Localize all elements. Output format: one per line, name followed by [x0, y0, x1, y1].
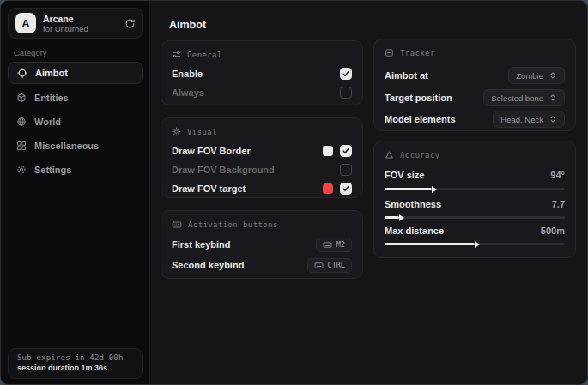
slider-thumb[interactable]	[475, 241, 480, 248]
fov-size-value: 94°	[550, 170, 565, 180]
setting-row: Aimbot at Zombie	[385, 66, 565, 85]
sliders-icon	[172, 50, 181, 59]
check-icon	[342, 184, 350, 193]
enable-checkbox[interactable]	[340, 68, 352, 80]
category-label: Category	[14, 48, 47, 57]
setting-label: Draw FOV Border	[172, 146, 251, 156]
crosshair-icon	[17, 68, 27, 78]
visual-card: Visual Draw FOV Border Draw FOV Backgrou…	[161, 117, 363, 198]
chevrons-up-down-icon	[549, 115, 557, 123]
sidebar-item-miscellaneous[interactable]: Miscellaneous	[8, 135, 143, 157]
second-keybind-button[interactable]: CTRL	[307, 258, 352, 273]
keyboard-icon	[314, 261, 324, 270]
slider-thumb[interactable]	[432, 186, 437, 193]
sidebar-item-world[interactable]: World	[8, 111, 143, 133]
target-position-select[interactable]: Selected bone	[483, 89, 565, 106]
smoothness-slider[interactable]	[385, 214, 565, 221]
subscription-info: Sub expires in 42d 00h session duration …	[8, 348, 143, 379]
sidebar-item-entities[interactable]: Entities	[8, 87, 143, 109]
slider-fill	[385, 243, 475, 245]
setting-label: Draw FOV target	[172, 183, 246, 194]
session-duration-text: session duration 1m 36s	[17, 364, 134, 372]
sidebar-item-settings[interactable]: Settings	[8, 159, 143, 181]
sub-expiry-text: Sub expires in 42d 00h	[17, 353, 134, 362]
slider-label-row: Smoothness 7.7	[385, 196, 565, 212]
always-checkbox[interactable]	[340, 87, 352, 99]
sidebar-item-label: Aimbot	[35, 68, 68, 78]
refresh-icon[interactable]	[124, 18, 136, 29]
max-distance-value: 500m	[541, 226, 565, 236]
sidebar-item-aimbot[interactable]: Aimbot	[8, 62, 143, 84]
visual-card-title: Visual	[187, 128, 217, 136]
fov-border-checkbox[interactable]	[340, 145, 352, 157]
app-logo: A	[15, 13, 36, 33]
slider-fill	[385, 188, 432, 190]
setting-label: Second keybind	[172, 260, 244, 270]
fov-size-slider[interactable]	[385, 185, 565, 193]
smoothness-value: 7.7	[552, 199, 565, 209]
triangle-icon	[385, 150, 394, 159]
setting-label: FOV size	[385, 170, 424, 180]
setting-label: Aimbot at	[385, 70, 428, 81]
activation-card-header: Activation buttons	[172, 220, 278, 230]
setting-row: First keybind M2	[172, 236, 352, 253]
keybind-value: M2	[336, 240, 345, 249]
setting-label: Always	[172, 87, 204, 98]
setting-row: Model elements Head, Neck	[385, 110, 565, 129]
slider-label-row: Max distance 500m	[385, 223, 565, 238]
fov-background-checkbox[interactable]	[340, 164, 352, 176]
fov-target-color-swatch[interactable]	[323, 183, 333, 194]
select-value: Selected bone	[491, 93, 543, 103]
gear-icon	[16, 165, 27, 175]
slider-thumb[interactable]	[399, 214, 404, 221]
activation-card: Activation buttons First keybind M2	[161, 210, 363, 279]
accuracy-card: Accuracy FOV size 94° Smoothness 7.7 Max…	[373, 141, 576, 258]
app-titles: Arcane for Unturned	[43, 14, 88, 33]
select-value: Zombie	[516, 71, 543, 81]
app-name: Arcane	[43, 14, 88, 24]
page-title: Aimbot	[169, 19, 206, 31]
slider-label-row: FOV size 94°	[385, 167, 565, 183]
aimbot-at-select[interactable]: Zombie	[508, 67, 565, 84]
globe-icon	[16, 117, 27, 127]
setting-label: Model elements	[385, 114, 456, 124]
check-icon	[342, 147, 350, 155]
visual-card-header: Visual	[172, 127, 217, 136]
sidebar-item-label: Miscellaneous	[34, 141, 99, 151]
tracker-card-title: Tracker	[400, 49, 435, 57]
setting-label: Smoothness	[385, 199, 441, 209]
general-card-title: General	[187, 51, 222, 59]
fov-target-checkbox[interactable]	[340, 183, 352, 195]
max-distance-slider[interactable]	[385, 240, 565, 248]
keybind-value: CTRL	[328, 261, 345, 269]
main-content: Aimbot General Enable Al	[151, 1, 587, 384]
activation-card-title: Activation buttons	[188, 220, 278, 229]
accuracy-card-title: Accuracy	[400, 151, 440, 159]
chevrons-up-down-icon	[549, 71, 557, 80]
tracker-card: Tracker Aimbot at Zombie Target position	[373, 39, 576, 131]
check-icon	[342, 69, 350, 78]
first-keybind-button[interactable]: M2	[316, 238, 352, 252]
setting-row: Enable	[172, 65, 352, 82]
setting-row: Draw FOV Background	[172, 161, 352, 178]
sidebar-item-label: Settings	[34, 165, 71, 175]
sidebar: A Arcane for Unturned Category Aimbot	[1, 1, 150, 384]
setting-label: First keybind	[172, 239, 230, 250]
setting-row: Target position Selected bone	[385, 88, 565, 107]
setting-label: Draw FOV Background	[172, 165, 275, 175]
app-window: A Arcane for Unturned Category Aimbot	[0, 0, 588, 385]
sun-icon	[172, 127, 181, 136]
chevrons-up-down-icon	[549, 93, 557, 102]
setting-label: Target position	[385, 93, 452, 103]
general-card: General Enable Always	[161, 40, 363, 105]
model-elements-select[interactable]: Head, Neck	[493, 111, 565, 128]
setting-row: Always	[172, 84, 352, 101]
setting-row: Second keybind CTRL	[172, 256, 352, 274]
sidebar-item-label: Entities	[34, 93, 69, 103]
app-header: A Arcane for Unturned	[8, 8, 143, 39]
cube-icon	[16, 93, 27, 103]
fov-border-color-swatch[interactable]	[323, 146, 333, 156]
keyboard-icon	[323, 240, 332, 250]
setting-row: Draw FOV Border	[172, 142, 352, 159]
slider-fill	[385, 216, 399, 219]
